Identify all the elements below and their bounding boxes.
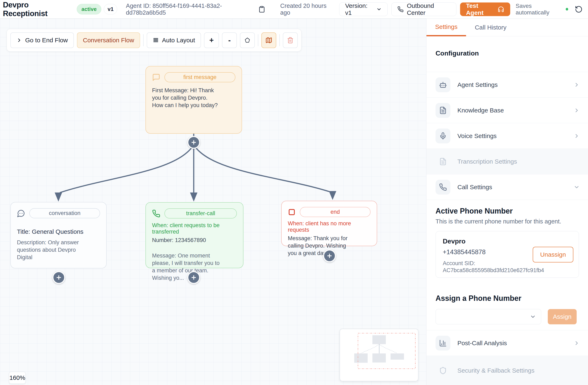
document-icon [436,103,450,118]
node-type-badge: transfer-call [165,208,237,218]
chat-dots-icon [17,209,25,217]
zoom-out-button[interactable]: - [222,32,237,48]
rotate-ccw-icon [575,5,583,13]
version-badge: v1 [104,4,117,14]
configuration-title: Configuration [436,49,579,57]
transfer-message-text: Message: One moment please, I will trans… [152,252,222,282]
clipboard-icon [258,6,265,13]
tab-call-history[interactable]: Call History [466,19,515,36]
node-type-badge: conversation [29,208,100,218]
add-node-button[interactable] [323,249,336,262]
minimap[interactable] [340,329,419,381]
node-end[interactable]: end When: client has no more requests Me… [281,201,377,246]
transfer-when-text: When: client requests to be transferred [152,222,237,235]
chevron-down-icon [574,184,580,190]
node-header: end [288,207,371,217]
sidebar-item-voice-settings[interactable]: Voice Settings [426,123,588,149]
canvas-toolbar: Go to End Flow Conversation Flow Auto La… [7,29,301,52]
chevron-right-icon [574,82,580,88]
history-restore-button[interactable] [575,5,583,13]
unassign-button[interactable]: Unassign [533,247,573,262]
sidebar-item-post-call-analysis[interactable]: Post-Call Analysis [426,330,588,356]
add-node-button[interactable] [52,271,65,284]
sidebar-item-label: Transcription Settings [457,158,580,165]
autosave-label: Saves automatically [516,3,563,16]
end-when-text: When: client has no more requests [288,220,371,233]
settings-sidebar: Settings Call History Configuration Agen… [426,19,588,385]
robot-icon [436,77,450,92]
version-selector[interactable]: Version: v1 [339,2,388,16]
toolbar-divider [258,34,258,46]
end-message-text: Message: Thank you for calling Devpro. W… [288,235,353,257]
sidebar-item-transcription-settings: Transcription Settings [426,149,588,174]
created-timestamp: Created 20 hours ago [280,2,335,16]
sidebar-item-label: Call Settings [457,184,574,191]
pentagon-icon [244,37,251,43]
plus-icon [56,274,62,281]
test-agent-button[interactable]: Test Agent [460,2,510,16]
map-icon [265,37,272,44]
plus-icon [326,253,333,259]
node-first-message[interactable]: first message First Message: Hi! Thank y… [146,66,242,134]
sidebar-item-label: Security & Failback Settings [457,367,580,374]
node-conversation[interactable]: conversation Title: General Questions De… [10,202,107,268]
toolbar-divider [143,34,144,46]
chevron-right-icon [574,133,580,139]
conversation-flow-label: Conversation Flow [83,37,134,44]
auto-layout-button[interactable]: Auto Layout [147,32,201,48]
assign-phone-controls: Assign [436,309,579,324]
assign-button[interactable]: Assign [548,309,577,324]
sidebar-item-knowledge-base[interactable]: Knowledge Base [426,98,588,123]
conversation-flow-button[interactable]: Conversation Flow [77,32,140,48]
rows-icon [153,37,159,43]
active-phone-title: Active Phone Number [436,207,579,216]
toolbar-divider [279,34,280,46]
minimap-content [340,329,418,381]
chevron-down-icon [376,7,382,12]
copy-agent-id-button[interactable] [258,6,265,13]
add-node-button[interactable] [187,136,200,149]
header: Devpro Receptionist active v1 Agent ID: … [0,0,588,19]
go-to-end-flow-button[interactable]: Go to End Flow [10,32,74,48]
chevron-right-icon [16,37,22,43]
phone-number-select[interactable] [436,309,541,324]
sidebar-item-agent-settings[interactable]: Agent Settings [426,72,588,98]
sidebar-item-security-failback: Security & Failback Settings [426,356,588,385]
chevron-right-icon [574,340,580,346]
node-transfer-call[interactable]: transfer-call When: client requests to b… [146,202,243,268]
assign-phone-title: Assign a Phone Number [436,294,579,303]
trash-icon [287,37,294,43]
active-phone-subtitle: This is the current phone number for thi… [436,218,579,225]
version-selector-label: Version: v1 [345,2,373,16]
sidebar-item-label: Knowledge Base [457,107,574,114]
node-type-badge: end [300,207,371,217]
node-header: transfer-call [152,208,237,218]
outbound-center-label: Outbound Center [407,2,450,16]
agent-flow-app: Devpro Receptionist active v1 Agent ID: … [0,0,588,385]
phone-number-card: Devpro +14385445878 Account SID: AC7bca5… [436,231,579,278]
conversation-title: Title: General Questions [17,228,100,235]
outbound-center-button[interactable]: Outbound Center [391,2,456,16]
node-header: conversation [17,208,100,218]
minimap-toggle-button[interactable] [261,32,276,48]
chevron-right-icon [574,107,580,113]
autosave-status: Saves automatically [516,3,568,16]
headphones-icon [498,6,504,13]
sidebar-tabs: Settings Call History [426,19,588,36]
microphone-icon [436,128,450,143]
plus-icon [191,139,197,146]
shield-icon [436,363,450,378]
add-node-button[interactable] [187,271,200,284]
flow-canvas[interactable]: Go to End Flow Conversation Flow Auto La… [0,19,426,385]
fit-view-button[interactable] [240,32,255,48]
sidebar-item-call-settings[interactable]: Call Settings [426,174,588,200]
zoom-level-badge: 160% [9,372,26,384]
autosave-status-dot [566,8,568,11]
zoom-in-button[interactable]: + [204,32,219,48]
delete-button[interactable] [283,32,298,48]
chevron-down-icon [530,314,536,320]
tab-settings[interactable]: Settings [426,19,466,36]
speech-bubble-icon [152,73,160,82]
node-type-badge: first message [165,72,235,82]
account-sid: Account SID: AC7bca58c855958bd3fd210e627… [443,260,542,274]
